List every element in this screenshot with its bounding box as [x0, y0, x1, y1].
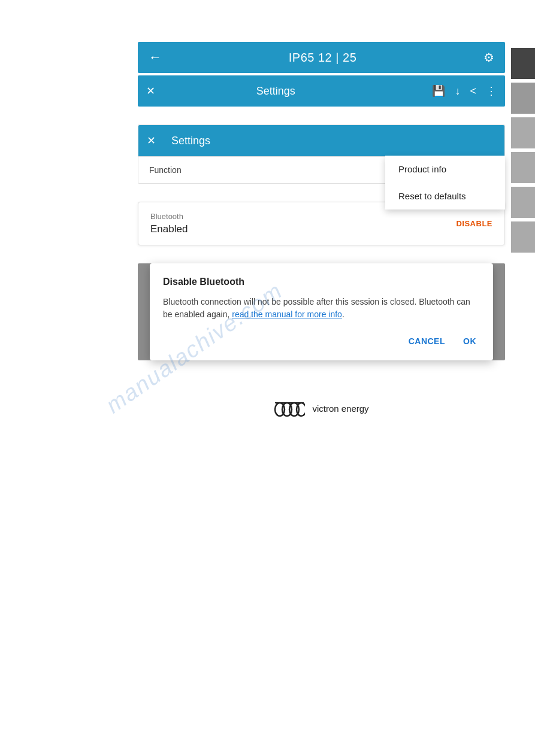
gear-icon[interactable]: ⚙ — [483, 50, 494, 65]
save-icon[interactable]: 💾 — [432, 84, 445, 98]
share-icon[interactable]: < — [470, 85, 476, 98]
settings-title-2: Settings — [171, 135, 210, 147]
dialog-overlay: Disable Bluetooth Bluetooth connection w… — [138, 263, 505, 360]
sidebar-tab-3[interactable] — [511, 117, 535, 148]
settings-bar: ✕ Settings 💾 ↓ < ⋮ — [138, 75, 505, 107]
close-button-2[interactable]: ✕ — [147, 134, 156, 147]
top-bar: ← IP65 12 | 25 ⚙ — [138, 42, 505, 73]
sidebar-tab-5[interactable] — [511, 187, 535, 218]
dialog-actions: CANCEL OK — [163, 332, 480, 352]
disable-bluetooth-dialog: Disable Bluetooth Bluetooth connection w… — [150, 263, 493, 360]
back-button[interactable]: ← — [149, 50, 162, 65]
svg-point-3 — [297, 403, 305, 416]
sidebar-tab-6[interactable] — [511, 221, 535, 253]
bluetooth-status: Enabled — [150, 223, 188, 235]
disable-button[interactable]: DISABLE — [456, 219, 492, 228]
dropdown-reset-defaults[interactable]: Reset to defaults — [385, 183, 505, 210]
ok-button[interactable]: OK — [460, 334, 480, 348]
sidebar-tab-4[interactable] — [511, 152, 535, 183]
dialog-body-end: . — [342, 309, 344, 319]
dialog-title: Disable Bluetooth — [163, 277, 480, 287]
bluetooth-label: Bluetooth — [150, 212, 188, 221]
footer-brand-text: victron energy — [312, 403, 368, 414]
settings-bar-2: ✕ Settings — [138, 125, 504, 156]
dropdown-product-info[interactable]: Product info — [385, 156, 505, 183]
top-bar-title: IP65 12 | 25 — [289, 51, 357, 65]
settings-title: Settings — [130, 85, 421, 98]
dropdown-menu: Product info Reset to defaults — [385, 156, 505, 210]
settings-dropdown-container: ✕ Settings Function Product info Reset t… — [138, 125, 505, 184]
dialog-link[interactable]: read the manual for more info — [232, 309, 342, 319]
footer-logo: victron energy — [274, 396, 368, 420]
settings-bar-icons: 💾 ↓ < ⋮ — [432, 84, 497, 98]
dialog-body: Bluetooth connection will not be possibl… — [163, 296, 480, 321]
sidebar-tabs — [511, 48, 535, 254]
bluetooth-info: Bluetooth Enabled — [150, 212, 188, 235]
victron-logo-icon — [274, 396, 305, 420]
cancel-button[interactable]: CANCEL — [405, 334, 449, 348]
footer: victron energy — [138, 396, 505, 438]
download-icon[interactable]: ↓ — [455, 85, 460, 98]
sidebar-tab-1[interactable] — [511, 48, 535, 79]
more-icon[interactable]: ⋮ — [486, 84, 497, 98]
sidebar-tab-2[interactable] — [511, 83, 535, 114]
